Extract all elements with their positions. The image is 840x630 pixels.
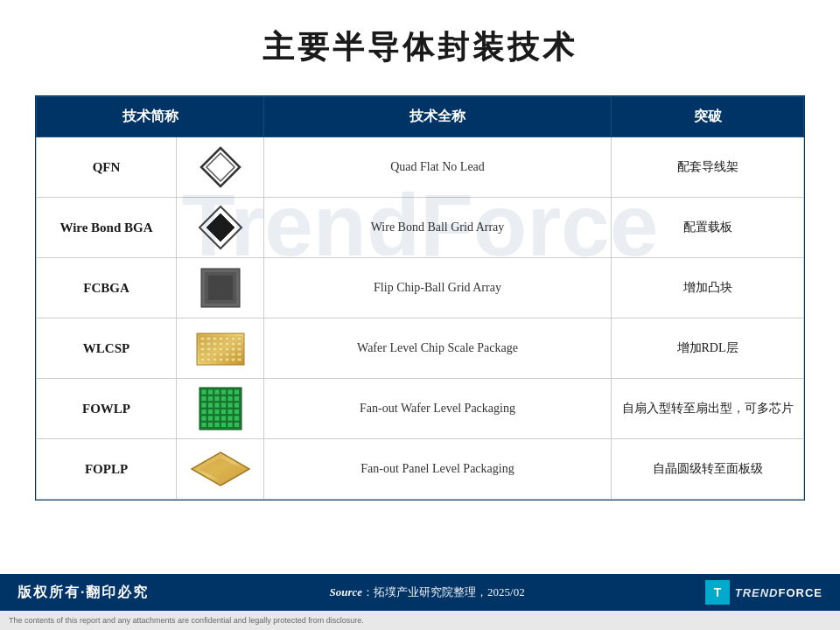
svg-rect-20 [231, 342, 235, 346]
disclaimer-bar: The contents of this report and any atta… [0, 611, 840, 630]
svg-rect-30 [206, 353, 211, 356]
svg-rect-60 [228, 402, 233, 408]
cell-icon [177, 439, 264, 500]
logo-icon: T [705, 580, 730, 605]
svg-rect-26 [225, 347, 229, 351]
svg-rect-66 [228, 410, 233, 415]
header-breakthrough: 突破 [612, 97, 804, 137]
svg-rect-11 [219, 337, 223, 340]
cell-icon [177, 198, 264, 258]
svg-text:T: T [713, 585, 721, 599]
cell-fullname: Wafer Level Chip Scale Package [264, 318, 612, 379]
svg-rect-65 [220, 410, 226, 415]
svg-rect-24 [213, 347, 217, 351]
svg-rect-68 [201, 416, 206, 421]
svg-rect-23 [206, 347, 211, 351]
svg-rect-61 [234, 402, 239, 408]
svg-rect-41 [231, 358, 235, 361]
svg-rect-53 [220, 396, 226, 402]
svg-rect-18 [219, 342, 223, 346]
svg-rect-77 [220, 423, 226, 428]
cell-icon [177, 318, 264, 379]
table-row: FOPLP Fan-out Panel Level Packaging自晶 [37, 439, 804, 500]
svg-rect-70 [214, 416, 220, 421]
svg-rect-40 [225, 358, 229, 361]
cell-icon [177, 258, 264, 318]
svg-rect-39 [219, 358, 223, 361]
main-table-container: 技术简称 技术全称 突破 QFN Quad Flat No Lead配套导线架W… [35, 95, 805, 500]
svg-rect-8 [200, 337, 205, 340]
table-row: QFN Quad Flat No Lead配套导线架 [37, 137, 804, 198]
table-header-row: 技术简称 技术全称 突破 [37, 97, 804, 137]
svg-rect-15 [200, 342, 205, 346]
svg-rect-21 [237, 342, 242, 346]
svg-rect-42 [237, 358, 242, 361]
svg-rect-57 [207, 402, 213, 408]
svg-rect-17 [213, 342, 217, 346]
cell-abbr: FOWLP [37, 379, 177, 439]
cell-abbr: QFN [37, 137, 177, 198]
svg-rect-38 [213, 358, 217, 361]
cell-fullname: Fan-out Panel Level Packaging [264, 439, 612, 500]
cell-icon [177, 379, 264, 439]
svg-rect-10 [213, 337, 217, 340]
cell-breakthrough: 增加RDL层 [612, 318, 804, 379]
svg-rect-52 [214, 396, 220, 402]
table-row: WLCSP Wafer Level Chip Scale Package增 [37, 318, 804, 379]
svg-rect-58 [214, 402, 220, 408]
svg-rect-51 [207, 396, 213, 402]
cell-abbr: FCBGA [37, 258, 177, 318]
cell-fullname: Wire Bond Ball Grid Array [264, 198, 612, 258]
cell-fullname: Quad Flat No Lead [264, 137, 612, 198]
svg-rect-27 [231, 347, 235, 351]
svg-rect-14 [237, 337, 242, 340]
svg-rect-6 [208, 276, 233, 300]
cell-abbr: Wire Bond BGA [37, 198, 177, 258]
svg-rect-72 [228, 416, 233, 421]
svg-rect-44 [201, 389, 206, 395]
footer-logo: T TRENDFORCE [705, 580, 822, 605]
cell-abbr: FOPLP [37, 439, 177, 500]
svg-rect-36 [200, 358, 205, 361]
page-title: 主要半导体封装技术 [0, 26, 840, 69]
svg-rect-45 [207, 389, 213, 395]
svg-rect-63 [207, 410, 213, 415]
cell-abbr: WLCSP [37, 318, 177, 379]
svg-rect-16 [206, 342, 211, 346]
svg-rect-28 [237, 347, 242, 351]
svg-rect-31 [213, 353, 217, 356]
svg-rect-48 [228, 389, 233, 395]
svg-rect-54 [228, 396, 233, 402]
svg-rect-69 [207, 416, 213, 421]
cell-breakthrough: 增加凸块 [612, 258, 804, 318]
cell-icon [177, 137, 264, 198]
packaging-table: 技术简称 技术全称 突破 QFN Quad Flat No Lead配套导线架W… [36, 96, 804, 500]
svg-rect-19 [225, 342, 229, 346]
svg-rect-59 [220, 402, 226, 408]
svg-rect-79 [234, 423, 239, 428]
svg-rect-35 [237, 353, 242, 356]
svg-rect-55 [234, 396, 239, 402]
svg-rect-29 [200, 353, 205, 356]
svg-rect-37 [206, 358, 211, 361]
svg-rect-74 [201, 423, 206, 428]
svg-rect-34 [231, 353, 235, 356]
svg-rect-12 [225, 337, 229, 340]
svg-rect-22 [200, 347, 205, 351]
svg-rect-62 [201, 410, 206, 415]
svg-rect-67 [234, 410, 239, 415]
svg-rect-76 [214, 423, 220, 428]
svg-rect-33 [225, 353, 229, 356]
svg-rect-47 [220, 389, 226, 395]
header-fullname: 技术全称 [264, 97, 612, 137]
table-row: Wire Bond BGA Wire Bond Ball Grid Array配… [37, 198, 804, 258]
footer-source: Source：拓墣产业研究院整理，2025/02 [149, 584, 704, 600]
svg-rect-25 [219, 347, 223, 351]
cell-breakthrough: 配套导线架 [612, 137, 804, 198]
svg-rect-32 [219, 353, 223, 356]
table-row: FCBGA Flip Chip-Ball Grid Array增加凸块 [37, 258, 804, 318]
svg-rect-56 [201, 402, 206, 408]
svg-rect-13 [231, 337, 235, 340]
svg-rect-46 [214, 389, 220, 395]
cell-breakthrough: 自扇入型转至扇出型，可多芯片 [612, 379, 804, 439]
